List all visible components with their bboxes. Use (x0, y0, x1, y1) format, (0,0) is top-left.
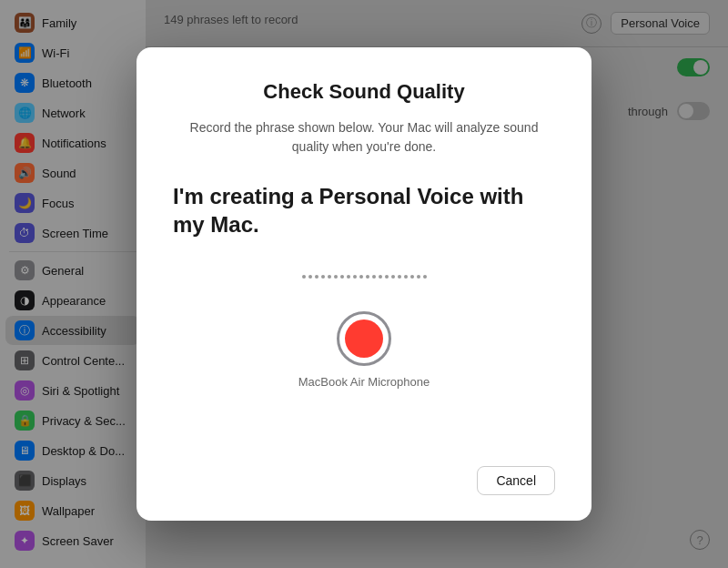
waveform-dot (315, 275, 318, 279)
waveform-dot (417, 275, 420, 279)
waveform-dot (398, 275, 401, 279)
microphone-label: MacBook Air Microphone (298, 375, 430, 389)
waveform-dot (328, 275, 331, 279)
waveform-dot (366, 275, 369, 279)
waveform-dot (423, 275, 427, 279)
waveform-dot (321, 275, 325, 279)
waveform-container (173, 268, 555, 286)
modal-phrase: I'm creating a Personal Voice with my Ma… (173, 182, 555, 238)
waveform-dot (334, 275, 338, 279)
waveform-dot (340, 275, 344, 279)
record-section: MacBook Air Microphone (173, 311, 555, 389)
modal-footer: Cancel (173, 457, 555, 495)
waveform-dot (379, 275, 382, 279)
waveform-dot (404, 275, 408, 279)
waveform-dot (391, 275, 395, 279)
waveform-dot (359, 275, 363, 279)
waveform-dot (302, 275, 306, 279)
record-button[interactable] (337, 311, 391, 366)
waveform-dot (353, 275, 357, 279)
record-circle (345, 320, 383, 358)
waveform-dot (372, 275, 376, 279)
cancel-button[interactable]: Cancel (477, 466, 555, 495)
modal-description: Record the phrase shown below. Your Mac … (173, 118, 555, 157)
waveform-dot (385, 275, 389, 279)
check-sound-quality-modal: Check Sound Quality Record the phrase sh… (136, 47, 592, 521)
waveform-dot (308, 275, 312, 279)
waveform-dot (410, 275, 414, 279)
modal-title: Check Sound Quality (173, 80, 555, 104)
waveform-dots (302, 275, 427, 279)
waveform-dot (347, 275, 350, 279)
